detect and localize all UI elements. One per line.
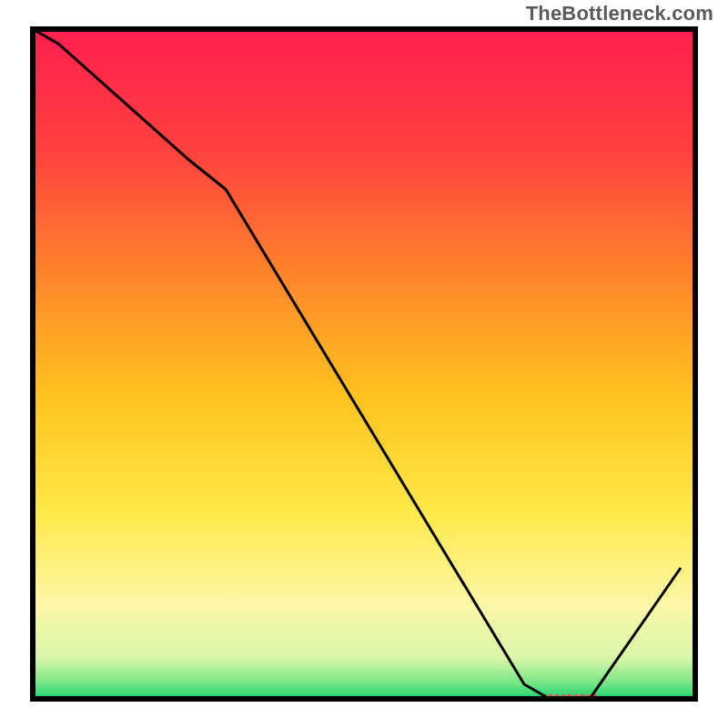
bottleneck-chart	[0, 0, 728, 728]
chart-stage: TheBottleneck.com	[0, 0, 728, 728]
plot-background	[33, 29, 695, 699]
